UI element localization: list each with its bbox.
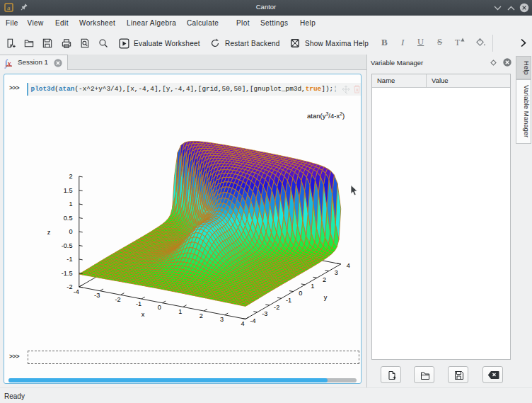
svg-text:0.5: 0.5 — [64, 215, 73, 222]
svg-text:-2: -2 — [115, 296, 121, 303]
svg-text:2: 2 — [323, 276, 326, 283]
svg-text:-0.5: -0.5 — [62, 242, 73, 249]
svg-text:1: 1 — [69, 200, 72, 208]
svg-text:atan(y3/4-x2): atan(y3/4-x2) — [307, 111, 345, 120]
svg-text:-1: -1 — [286, 297, 291, 304]
svg-text:1.5: 1.5 — [64, 187, 73, 194]
svg-text:2: 2 — [200, 312, 203, 319]
svg-text:0: 0 — [158, 304, 161, 311]
svg-text:0: 0 — [299, 290, 302, 297]
svg-text:1: 1 — [178, 308, 182, 315]
svg-text:-1.5: -1.5 — [62, 270, 73, 277]
svg-text:2: 2 — [69, 173, 72, 180]
svg-text:-2: -2 — [274, 304, 279, 311]
svg-text:x: x — [141, 311, 145, 318]
svg-text:-4: -4 — [250, 317, 255, 324]
svg-text:-4: -4 — [74, 288, 79, 295]
svg-text:-3: -3 — [94, 292, 100, 299]
svg-text:4: 4 — [347, 262, 350, 269]
svg-text:4: 4 — [241, 320, 244, 327]
svg-text:0: 0 — [69, 228, 72, 235]
svg-text:1: 1 — [311, 283, 314, 290]
svg-text:3: 3 — [220, 316, 224, 323]
svg-text:-1: -1 — [136, 300, 141, 307]
svg-text:3: 3 — [335, 269, 338, 276]
svg-text:-1: -1 — [66, 256, 72, 263]
svg-text:-2: -2 — [66, 283, 72, 290]
svg-text:y: y — [324, 294, 328, 301]
svg-text:z: z — [47, 229, 51, 236]
svg-text:-3: -3 — [262, 310, 267, 317]
